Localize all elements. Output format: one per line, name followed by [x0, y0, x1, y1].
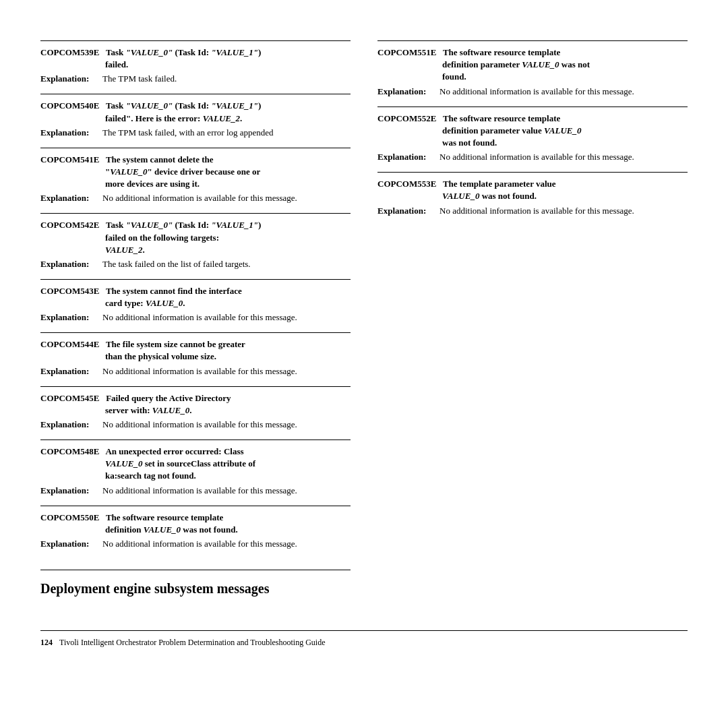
value-placeholder: "VALUE_0": [125, 220, 173, 230]
entry-msg: Task "VALUE_0" (Task Id: "VALUE_1"): [106, 47, 261, 57]
page-footer: 124 Tivoli Intelligent Orchestrator Prob…: [40, 630, 688, 648]
value-placeholder: "VALUE_0": [125, 100, 173, 111]
entry-divider: [40, 332, 351, 333]
entry-title-continuation: than the physical volume size.: [105, 351, 351, 363]
entry-copcom544e: COPCOM544E The file system size cannot b…: [40, 332, 351, 376]
page-number: 124: [40, 638, 53, 648]
explanation-label: Explanation:: [40, 312, 102, 323]
entry-title: COPCOM548E An unexpected error occurred:…: [40, 446, 351, 483]
entry-title-continuation: VALUE_2.: [105, 244, 351, 256]
value-placeholder: VALUE_2: [105, 245, 142, 255]
entry-copcom541e: COPCOM541E The system cannot delete the …: [40, 148, 351, 204]
explanation-label: Explanation:: [40, 193, 102, 204]
entry-id: COPCOM542E: [40, 220, 99, 230]
entry-copcom548e: COPCOM548E An unexpected error occurred:…: [40, 439, 351, 496]
entry-id: COPCOM553E: [377, 179, 436, 189]
entry-copcom540e: COPCOM540E Task "VALUE_0" (Task Id: "VAL…: [40, 94, 351, 138]
entry-msg: The system cannot find the interface: [106, 286, 242, 296]
entry-msg: The file system size cannot be greater: [106, 339, 245, 349]
explanation-row: Explanation: No additional information i…: [40, 312, 351, 323]
entry-msg: Task "VALUE_0" (Task Id: "VALUE_1"): [106, 100, 261, 111]
entry-title: COPCOM539E Task "VALUE_0" (Task Id: "VAL…: [40, 47, 351, 71]
entry-title-continuation: failed.: [105, 59, 351, 71]
entry-title-continuation: VALUE_0 set in sourceClass attribute of: [105, 458, 351, 470]
entry-copcom539e: COPCOM539E Task "VALUE_0" (Task Id: "VAL…: [40, 40, 351, 84]
value-placeholder: "VALUE_0": [125, 47, 173, 57]
explanation-label: Explanation:: [377, 152, 439, 162]
explanation-row: Explanation: No additional information i…: [377, 206, 688, 216]
entry-divider: [377, 40, 688, 41]
explanation-text: No additional information is available f…: [102, 366, 297, 377]
explanation-row: Explanation: No additional information i…: [40, 193, 351, 204]
entry-divider: [40, 94, 351, 94]
entry-msg: The system cannot delete the: [106, 154, 214, 164]
explanation-label: Explanation:: [40, 259, 102, 270]
entry-divider: [40, 213, 351, 214]
entry-title-continuation: was not found.: [442, 137, 688, 149]
entry-msg: Failed query the Active Directory: [106, 393, 231, 403]
explanation-text: No additional information is available f…: [439, 206, 634, 216]
entry-divider: [40, 439, 351, 440]
entry-title-continuation: card type: VALUE_0.: [105, 297, 351, 309]
explanation-text: The TPM task failed, with an error log a…: [102, 127, 274, 138]
entry-divider: [40, 148, 351, 148]
value-placeholder: VALUE_0: [110, 166, 147, 177]
value-placeholder: VALUE_2: [203, 113, 240, 123]
entry-title-continuation: server with: VALUE_0.: [105, 404, 351, 417]
explanation-label: Explanation:: [40, 73, 102, 84]
explanation-text: No additional information is available f…: [439, 86, 634, 97]
explanation-label: Explanation:: [40, 366, 102, 377]
explanation-row: Explanation: No additional information i…: [40, 419, 351, 430]
value-placeholder: VALUE_0: [144, 524, 181, 535]
entry-title: COPCOM543E The system cannot find the in…: [40, 285, 351, 309]
entry-copcom545e: COPCOM545E Failed query the Active Direc…: [40, 386, 351, 430]
entry-title: COPCOM544E The file system size cannot b…: [40, 338, 351, 363]
entry-id: COPCOM541E: [40, 154, 99, 164]
explanation-text: No additional information is available f…: [102, 485, 297, 496]
explanation-row: Explanation: The task failed on the list…: [40, 259, 351, 270]
value-placeholder: VALUE_0: [442, 191, 479, 201]
entry-title: COPCOM550E The software resource templat…: [40, 512, 351, 536]
explanation-text: No additional information is available f…: [102, 539, 297, 549]
explanation-label: Explanation:: [377, 206, 439, 216]
entry-divider: [40, 279, 351, 280]
entry-title-continuation: definition VALUE_0 was not found.: [105, 524, 351, 536]
entry-copcom553e: COPCOM553E The template parameter value …: [377, 172, 688, 216]
entry-title: COPCOM545E Failed query the Active Direc…: [40, 392, 351, 417]
entry-title-continuation: ka:search tag not found.: [105, 470, 351, 482]
entry-title-continuation: failed on the following targets:: [105, 232, 351, 244]
entry-divider: [377, 107, 688, 107]
left-column: COPCOM539E Task "VALUE_0" (Task Id: "VAL…: [40, 40, 351, 610]
entry-msg: The software resource template: [106, 512, 223, 522]
explanation-label: Explanation:: [40, 485, 102, 496]
page-content: COPCOM539E Task "VALUE_0" (Task Id: "VAL…: [40, 40, 688, 610]
value-placeholder: VALUE_0: [105, 458, 142, 468]
footer-text: Tivoli Intelligent Orchestrator Problem …: [59, 638, 326, 648]
explanation-row: Explanation: No additional information i…: [40, 366, 351, 377]
value-placeholder: VALUE_0: [522, 59, 559, 69]
entry-msg: An unexpected error occurred: Class: [105, 446, 243, 456]
entry-title-continuation: "VALUE_0" device driver because one or: [105, 166, 351, 178]
entry-id: COPCOM550E: [40, 512, 99, 522]
explanation-row: Explanation: No additional information i…: [40, 485, 351, 496]
entry-id: COPCOM548E: [40, 446, 99, 456]
value-placeholder: VALUE_0: [544, 125, 581, 135]
entry-title: COPCOM540E Task "VALUE_0" (Task Id: "VAL…: [40, 100, 351, 124]
value-placeholder: "VALUE_1": [211, 220, 258, 230]
entry-title-continuation: definition parameter VALUE_0 was not: [442, 59, 688, 71]
entry-divider: [377, 172, 688, 173]
entry-title-continuation: definition parameter value VALUE_0: [442, 125, 688, 137]
section-title: Deployment engine subsystem messages: [40, 581, 351, 597]
entry-msg: The software resource template: [443, 113, 560, 123]
entry-id: COPCOM552E: [377, 113, 436, 123]
entry-copcom542e: COPCOM542E Task "VALUE_0" (Task Id: "VAL…: [40, 213, 351, 270]
entry-divider: [40, 40, 351, 41]
explanation-row: Explanation: No additional information i…: [377, 152, 688, 162]
entry-copcom550e: COPCOM550E The software resource templat…: [40, 506, 351, 549]
entry-title-continuation: failed". Here is the error: VALUE_2.: [105, 113, 351, 125]
explanation-text: No additional information is available f…: [439, 152, 634, 162]
entry-title: COPCOM552E The software resource templat…: [377, 113, 688, 150]
explanation-row: Explanation: No additional information i…: [377, 86, 688, 97]
entry-id: COPCOM540E: [40, 100, 99, 111]
entry-divider: [40, 386, 351, 387]
